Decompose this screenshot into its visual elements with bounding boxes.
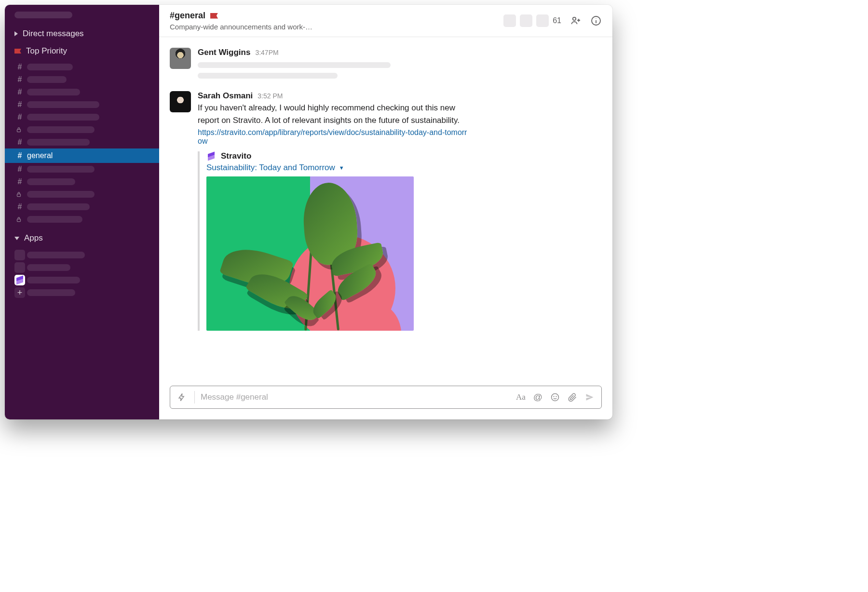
shortcuts-icon[interactable] xyxy=(175,390,189,404)
sidebar-channel[interactable]: # xyxy=(5,73,159,86)
sidebar-app-stravito[interactable] xyxy=(5,274,159,286)
attachment-title[interactable]: Sustainability: Today and Tomorrow xyxy=(206,163,335,173)
sidebar-add-app[interactable]: + xyxy=(5,286,159,299)
member-avatar xyxy=(503,14,516,27)
svg-point-3 xyxy=(573,17,576,20)
main-panel: #general Company-wide announcements and … xyxy=(159,5,612,419)
apps-list: + xyxy=(5,247,159,299)
member-count: 61 xyxy=(553,16,561,25)
caret-right-icon xyxy=(14,31,18,36)
message-composer[interactable]: Aa @ xyxy=(170,386,602,409)
hash-icon: # xyxy=(15,88,24,96)
app-window: Direct messages Top Priority #######gene… xyxy=(5,5,612,419)
message-link[interactable]: https://stravito.com/app/library/reports… xyxy=(198,128,468,146)
sidebar-channel[interactable]: # xyxy=(5,201,159,213)
section-apps[interactable]: Apps xyxy=(5,229,159,247)
app-label-placeholder xyxy=(27,289,75,296)
sidebar-app[interactable] xyxy=(5,261,159,274)
sidebar-channel[interactable]: # xyxy=(5,111,159,123)
hash-icon: # xyxy=(15,138,24,147)
info-icon[interactable] xyxy=(590,15,602,27)
channel-list: #######general### xyxy=(5,60,159,227)
composer-area: Aa @ xyxy=(159,386,612,419)
sidebar-channel[interactable] xyxy=(5,123,159,136)
section-label: Apps xyxy=(24,233,43,243)
hash-icon: # xyxy=(15,113,24,121)
hash-icon: # xyxy=(15,63,24,71)
message-text-placeholder xyxy=(198,62,391,68)
message-author[interactable]: Gent Wiggins xyxy=(198,48,250,57)
mention-icon[interactable]: @ xyxy=(531,390,544,404)
svg-point-6 xyxy=(596,18,596,19)
message-timestamp: 3:47PM xyxy=(255,49,278,56)
channel-title-block: #general Company-wide announcements and … xyxy=(170,11,312,31)
sidebar-app[interactable] xyxy=(5,249,159,261)
hash-icon: # xyxy=(15,75,24,84)
format-icon[interactable]: Aa xyxy=(514,390,528,404)
svg-rect-2 xyxy=(17,219,21,221)
channel-header-actions: 61 xyxy=(503,14,602,27)
message-timestamp: 3:52 PM xyxy=(258,92,283,100)
avatar[interactable] xyxy=(170,48,191,69)
attachment-image[interactable] xyxy=(206,176,414,331)
channel-label-placeholder xyxy=(27,64,73,70)
caret-down-icon[interactable]: ▼ xyxy=(339,165,344,171)
message: Gent Wiggins3:47PM xyxy=(170,44,602,87)
channel-label-placeholder xyxy=(27,101,99,108)
section-label: Direct messages xyxy=(23,29,84,39)
channel-label-placeholder xyxy=(27,203,90,210)
lock-icon xyxy=(15,216,22,223)
message-text: If you haven't already, I would highly r… xyxy=(198,102,468,126)
hash-icon: # xyxy=(15,202,24,211)
channel-label-placeholder xyxy=(27,166,95,173)
svg-point-8 xyxy=(554,396,554,397)
message-list[interactable]: Gent Wiggins3:47PMSarah Osmani3:52 PMIf … xyxy=(159,37,612,386)
message-input[interactable] xyxy=(201,392,510,402)
channel-label-placeholder xyxy=(27,114,99,121)
channel-label-placeholder xyxy=(27,89,80,95)
flag-icon xyxy=(14,49,21,54)
sidebar-channel[interactable]: # xyxy=(5,163,159,175)
svg-rect-1 xyxy=(17,194,21,196)
sidebar: Direct messages Top Priority #######gene… xyxy=(5,5,159,419)
sidebar-channel[interactable]: # xyxy=(5,61,159,73)
sidebar-channel[interactable]: # xyxy=(5,98,159,111)
caret-down-icon xyxy=(14,237,19,240)
member-stack[interactable]: 61 xyxy=(503,14,561,27)
section-direct-messages[interactable]: Direct messages xyxy=(5,25,159,42)
attach-icon[interactable] xyxy=(566,390,579,404)
sidebar-channel[interactable]: # xyxy=(5,175,159,188)
sidebar-channel[interactable] xyxy=(5,188,159,201)
workspace-name-placeholder xyxy=(14,12,72,18)
divider xyxy=(194,391,195,404)
lock-icon xyxy=(15,126,22,133)
sidebar-channel[interactable]: # xyxy=(5,86,159,98)
message-author[interactable]: Sarah Osmani xyxy=(198,91,253,101)
channel-label-placeholder xyxy=(27,139,90,146)
emoji-icon[interactable] xyxy=(548,390,562,404)
stravito-app-icon xyxy=(14,275,25,285)
channel-name[interactable]: #general xyxy=(170,11,205,21)
avatar[interactable] xyxy=(170,91,191,112)
attachment-app-name: Stravito xyxy=(221,151,251,161)
sidebar-channel[interactable] xyxy=(5,213,159,226)
lock-icon xyxy=(15,191,22,198)
member-avatar xyxy=(520,14,532,27)
sidebar-channel[interactable]: # xyxy=(5,136,159,148)
app-icon xyxy=(14,262,25,273)
hash-icon: # xyxy=(15,100,24,109)
add-people-icon[interactable] xyxy=(570,15,582,27)
sidebar-channel-general[interactable]: #general xyxy=(5,148,159,163)
send-icon[interactable] xyxy=(583,390,597,404)
app-label-placeholder xyxy=(27,252,85,258)
link-attachment: StravitoSustainability: Today and Tomorr… xyxy=(198,151,468,331)
hash-icon: # xyxy=(15,177,24,186)
section-label: Top Priority xyxy=(26,46,67,56)
section-top-priority[interactable]: Top Priority xyxy=(5,42,159,60)
channel-label-placeholder xyxy=(27,216,82,223)
channel-label: general xyxy=(27,151,53,160)
channel-label-placeholder xyxy=(27,76,67,83)
hash-icon: # xyxy=(15,151,24,160)
channel-topic[interactable]: Company-wide announcements and work-… xyxy=(170,23,312,31)
workspace-header[interactable] xyxy=(5,12,159,25)
